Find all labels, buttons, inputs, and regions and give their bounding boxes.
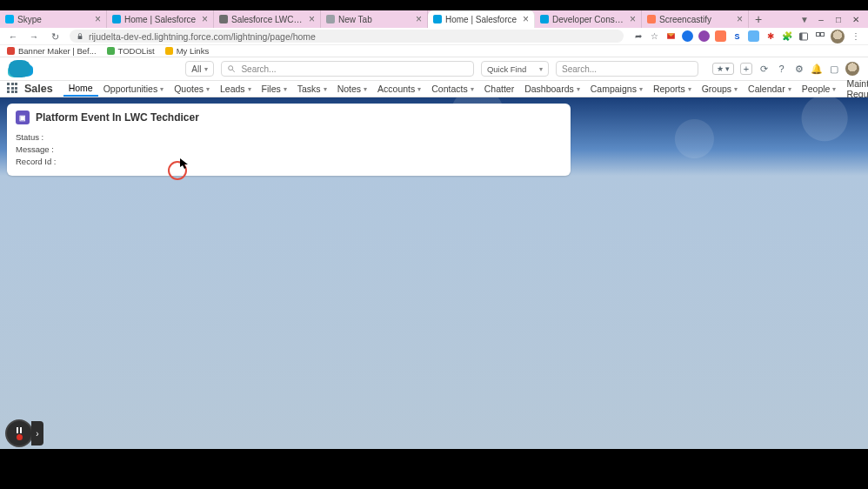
chevron-down-icon[interactable]: ▾ xyxy=(160,85,164,93)
reload-button[interactable]: ↻ xyxy=(49,31,61,42)
minimize-button[interactable]: – xyxy=(816,14,826,24)
favorites-button[interactable]: ★▾ xyxy=(712,63,734,75)
svg-rect-1 xyxy=(799,33,802,40)
nav-item-accounts[interactable]: Accounts▾ xyxy=(372,81,426,97)
notifications-bell-icon[interactable]: 🔔 xyxy=(811,64,822,75)
nav-item-reports[interactable]: Reports▾ xyxy=(648,81,697,97)
ext-icon-1[interactable] xyxy=(665,30,677,42)
bookmark-favicon xyxy=(107,47,115,55)
quickfind-search-input[interactable]: Search... xyxy=(556,61,698,77)
chevron-down-icon: ▾ xyxy=(204,65,208,73)
nav-item-files[interactable]: Files▾ xyxy=(257,81,292,97)
nav-item-campaigns[interactable]: Campaigns▾ xyxy=(585,81,648,97)
bookmark-label: Banner Maker | Bef... xyxy=(18,46,97,56)
url-input[interactable]: rijudelta-dev-ed.lightning.force.com/lig… xyxy=(70,30,624,43)
profile-avatar[interactable] xyxy=(831,30,845,44)
nav-item-notes[interactable]: Notes▾ xyxy=(332,81,372,97)
star-icon[interactable]: ☆ xyxy=(649,30,660,42)
recorder-main-button[interactable] xyxy=(5,419,33,447)
browser-tab[interactable]: New Tab× xyxy=(321,10,428,28)
nav-item-contacts[interactable]: Contacts▾ xyxy=(426,81,478,97)
tab-search-icon[interactable]: ▼ xyxy=(800,15,809,24)
chevron-down-icon[interactable]: ▾ xyxy=(248,85,251,93)
close-icon[interactable]: × xyxy=(95,13,101,25)
user-avatar[interactable] xyxy=(845,62,859,76)
new-tab-button[interactable]: + xyxy=(749,10,768,28)
quickfind-search-placeholder: Search... xyxy=(562,64,597,74)
ext-icon-3[interactable] xyxy=(698,30,710,42)
setup-gear-icon[interactable]: ⚙ xyxy=(793,64,805,75)
browser-tab[interactable]: Salesforce LWC Editor (Beta)× xyxy=(214,10,321,28)
nav-item-tasks[interactable]: Tasks▾ xyxy=(292,81,332,97)
forward-button[interactable]: → xyxy=(28,31,40,42)
quickfind-dropdown[interactable]: Quick Find ▾ xyxy=(481,61,549,77)
chevron-down-icon[interactable]: ▾ xyxy=(577,85,580,93)
chevron-down-icon[interactable]: ▾ xyxy=(324,85,327,93)
nav-item-label: Contacts xyxy=(431,84,467,94)
close-icon[interactable]: × xyxy=(630,13,636,25)
share-icon[interactable]: ➦ xyxy=(632,30,644,42)
browser-menu-icon[interactable]: ⋮ xyxy=(850,30,861,42)
ext-icon-6[interactable] xyxy=(748,30,759,42)
back-button[interactable]: ← xyxy=(7,31,19,42)
help-icon[interactable]: ? xyxy=(776,64,787,75)
chevron-down-icon[interactable]: ▾ xyxy=(417,85,421,93)
app-launcher-icon[interactable] xyxy=(7,83,17,95)
search-placeholder: Search... xyxy=(241,64,276,74)
chevron-down-icon[interactable]: ▾ xyxy=(206,85,210,93)
chevron-down-icon[interactable]: ▾ xyxy=(832,85,836,93)
chevron-down-icon[interactable]: ▾ xyxy=(284,85,287,93)
close-icon[interactable]: × xyxy=(523,13,529,25)
browser-tab[interactable]: Screencastify× xyxy=(642,10,749,28)
side-panel-icon[interactable] xyxy=(798,30,809,42)
bookmark-item[interactable]: TODOList xyxy=(107,46,155,56)
global-search-input[interactable]: Search... xyxy=(221,61,473,77)
ext-icon-2[interactable] xyxy=(682,30,693,42)
browser-tab[interactable]: Home | Salesforce× xyxy=(428,10,535,28)
search-scope-dropdown[interactable]: All ▾ xyxy=(185,61,214,77)
tab-favicon-5 xyxy=(540,15,549,23)
salesforce-logo[interactable] xyxy=(9,60,30,77)
nav-item-maintenance-requests[interactable]: Maintenance Requests▾ xyxy=(841,81,868,97)
nav-item-groups[interactable]: Groups▾ xyxy=(697,81,743,97)
ext-icon-7[interactable]: ✱ xyxy=(765,30,776,42)
nav-item-chatter[interactable]: Chatter xyxy=(479,81,519,97)
browser-tab[interactable]: Home | Salesforce× xyxy=(107,10,214,28)
chevron-down-icon[interactable]: ▾ xyxy=(639,85,643,93)
bookmark-item[interactable]: My Links xyxy=(165,46,209,56)
screencast-recorder-widget[interactable]: › xyxy=(5,419,43,447)
maximize-button[interactable]: □ xyxy=(833,14,844,24)
nav-item-dashboards[interactable]: Dashboards▾ xyxy=(519,81,585,97)
nav-item-quotes[interactable]: Quotes▾ xyxy=(169,81,215,97)
browser-tab[interactable]: Developer Console× xyxy=(535,10,642,28)
chevron-down-icon[interactable]: ▾ xyxy=(788,85,791,93)
browser-tab[interactable]: Skype× xyxy=(0,10,107,28)
nav-item-home[interactable]: Home xyxy=(63,81,98,97)
close-icon[interactable]: × xyxy=(737,13,743,25)
ext-icon-4[interactable] xyxy=(715,30,726,42)
chevron-down-icon[interactable]: ▾ xyxy=(471,85,474,93)
close-icon[interactable]: × xyxy=(202,13,208,25)
chevron-down-icon[interactable]: ▾ xyxy=(688,85,691,93)
nav-item-label: Accounts xyxy=(377,84,415,94)
global-actions-button[interactable]: + xyxy=(740,63,752,75)
extensions-icon[interactable]: 🧩 xyxy=(781,30,792,42)
status-label: Status : xyxy=(16,132,43,142)
close-icon[interactable]: × xyxy=(416,13,422,25)
ext-icon-5[interactable]: S xyxy=(731,30,743,42)
bookmark-item[interactable]: Banner Maker | Bef... xyxy=(7,46,97,56)
chevron-down-icon[interactable]: ▾ xyxy=(734,85,738,93)
nav-item-people[interactable]: People▾ xyxy=(797,81,842,97)
close-icon[interactable]: × xyxy=(309,13,315,25)
nav-item-opportunities[interactable]: Opportunities▾ xyxy=(98,81,169,97)
salesforce-anywhere-icon[interactable]: ▢ xyxy=(828,64,839,75)
guidance-icon[interactable]: ⟳ xyxy=(758,64,770,75)
chevron-down-icon[interactable]: ▾ xyxy=(364,85,367,93)
tab-groups-icon[interactable] xyxy=(814,30,825,42)
close-window-button[interactable]: ✕ xyxy=(851,14,861,24)
tab-label: Salesforce LWC Editor (Beta) xyxy=(231,15,304,24)
nav-item-calendar[interactable]: Calendar▾ xyxy=(743,81,797,97)
recorder-expand-button[interactable]: › xyxy=(31,421,43,445)
nav-item-leads[interactable]: Leads▾ xyxy=(215,81,257,97)
tab-favicon-2 xyxy=(219,15,228,23)
